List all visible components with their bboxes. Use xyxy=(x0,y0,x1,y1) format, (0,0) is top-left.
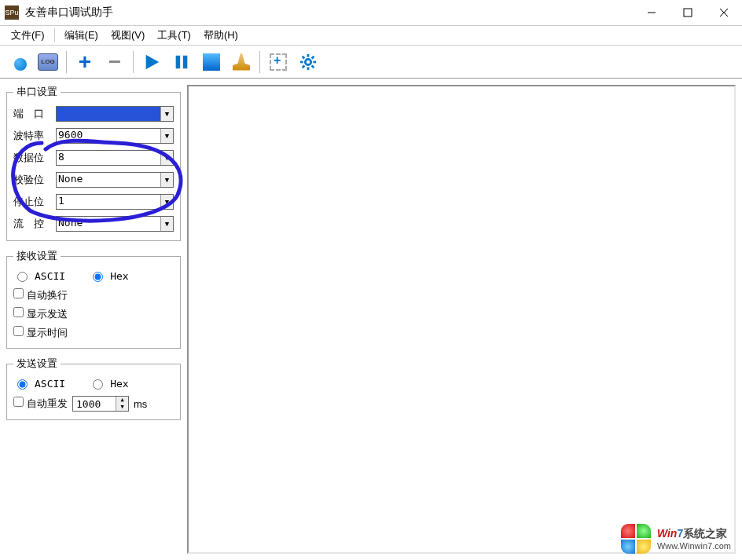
send-settings-legend: 发送设置 xyxy=(13,357,61,371)
app-icon: SPu xyxy=(5,5,19,20)
select-flow[interactable]: None ▼ xyxy=(56,216,174,232)
select-stopbits[interactable]: 1 ▼ xyxy=(56,194,174,210)
maximize-icon xyxy=(683,8,692,17)
select-databits-value: 8 xyxy=(58,151,64,163)
chevron-down-icon: ▼ xyxy=(160,129,173,143)
watermark-url: Www.Winwin7.com xyxy=(657,541,731,551)
title-bar: SPu 友善串口调试助手 xyxy=(0,0,742,25)
output-pane[interactable] xyxy=(187,85,736,554)
pause-icon xyxy=(173,53,190,71)
check-showtime[interactable]: 显示时间 xyxy=(13,326,68,340)
check-autorepeat[interactable]: 自动重发 xyxy=(13,397,68,411)
watermark-brand: Win7系统之家 xyxy=(657,527,731,541)
menu-edit[interactable]: 编辑(E) xyxy=(60,27,103,43)
label-parity: 校验位 xyxy=(13,173,51,187)
svg-line-12 xyxy=(303,56,305,58)
spinner-down-icon[interactable]: ▼ xyxy=(116,404,128,411)
pause-button[interactable] xyxy=(168,49,195,75)
log-icon: LOG xyxy=(38,53,58,71)
radio-send-ascii[interactable]: ASCII xyxy=(13,377,65,390)
new-window-button[interactable] xyxy=(265,49,292,75)
svg-rect-6 xyxy=(183,55,188,68)
radio-send-ascii-label: ASCII xyxy=(35,378,65,390)
select-databits[interactable]: 8 ▼ xyxy=(56,150,174,166)
add-window-icon xyxy=(270,53,287,71)
chevron-down-icon: ▼ xyxy=(160,173,173,187)
toolbar-separator xyxy=(66,51,67,73)
check-showsend-label: 显示发送 xyxy=(27,308,68,320)
select-parity[interactable]: None ▼ xyxy=(56,172,174,188)
label-databits: 数据位 xyxy=(13,151,51,165)
clear-button[interactable] xyxy=(228,49,255,75)
play-icon xyxy=(143,53,160,71)
toolbar: LOG + − xyxy=(0,46,742,79)
menu-view[interactable]: 视图(V) xyxy=(106,27,149,43)
add-button[interactable]: + xyxy=(72,49,98,75)
recv-settings-legend: 接收设置 xyxy=(13,249,61,263)
label-flow: 流 控 xyxy=(13,217,51,231)
connect-button[interactable] xyxy=(5,49,31,75)
select-flow-value: None xyxy=(58,217,83,229)
minimize-button[interactable] xyxy=(634,0,670,25)
svg-marker-4 xyxy=(146,54,160,68)
remove-button[interactable]: − xyxy=(101,49,128,75)
maximize-button[interactable] xyxy=(670,0,706,25)
serial-settings-legend: 串口设置 xyxy=(13,85,61,99)
record-icon xyxy=(9,53,27,71)
select-port[interactable]: ▼ xyxy=(56,106,174,122)
check-wrap[interactable]: 自动换行 xyxy=(13,288,68,302)
watermark-logo-icon xyxy=(621,524,651,554)
label-port: 端 口 xyxy=(13,107,51,121)
interval-spinner[interactable]: 1000 ▲▼ xyxy=(72,396,129,412)
menu-bar: 文件(F) 编辑(E) 视图(V) 工具(T) 帮助(H) xyxy=(0,25,742,46)
left-panel: 串口设置 端 口 ▼ 波特率 9600 ▼ 数据位 8 ▼ xyxy=(0,79,187,560)
send-settings-group: 发送设置 ASCII Hex 自动重发 1000 ▲▼ ms xyxy=(6,357,181,420)
chevron-down-icon: ▼ xyxy=(160,107,173,121)
radio-recv-ascii[interactable]: ASCII xyxy=(13,269,65,282)
serial-settings-group: 串口设置 端 口 ▼ 波特率 9600 ▼ 数据位 8 ▼ xyxy=(6,85,181,241)
check-showtime-label: 显示时间 xyxy=(27,327,68,339)
plus-icon: + xyxy=(79,51,91,73)
radio-recv-hex-label: Hex xyxy=(110,270,128,282)
radio-send-hex[interactable]: Hex xyxy=(89,377,128,390)
app-title: 友善串口调试助手 xyxy=(25,5,634,20)
stop-button[interactable] xyxy=(198,49,225,75)
chevron-down-icon: ▼ xyxy=(160,151,173,165)
radio-recv-hex[interactable]: Hex xyxy=(89,269,128,282)
select-parity-value: None xyxy=(58,173,83,185)
chevron-down-icon: ▼ xyxy=(160,217,173,231)
label-stopbits: 停止位 xyxy=(13,195,51,209)
select-baud[interactable]: 9600 ▼ xyxy=(56,128,174,144)
spinner-up-icon[interactable]: ▲ xyxy=(116,397,128,404)
check-autorepeat-label: 自动重发 xyxy=(27,397,68,409)
radio-recv-ascii-label: ASCII xyxy=(35,270,65,282)
log-button[interactable]: LOG xyxy=(35,49,61,75)
menu-help[interactable]: 帮助(H) xyxy=(199,27,243,43)
chevron-down-icon: ▼ xyxy=(160,195,173,209)
interval-unit: ms xyxy=(134,398,147,410)
svg-line-13 xyxy=(312,65,314,68)
toolbar-separator xyxy=(133,51,134,73)
close-button[interactable] xyxy=(706,0,742,25)
label-baud: 波特率 xyxy=(13,129,51,143)
settings-button[interactable] xyxy=(295,49,321,75)
svg-rect-5 xyxy=(176,55,181,68)
select-stopbits-value: 1 xyxy=(58,195,64,207)
menu-tools[interactable]: 工具(T) xyxy=(152,27,196,43)
interval-value: 1000 xyxy=(73,397,116,411)
minus-icon: − xyxy=(108,51,121,73)
stop-icon xyxy=(203,53,220,71)
svg-rect-1 xyxy=(684,9,692,16)
toolbar-separator xyxy=(259,51,260,73)
minimize-icon xyxy=(647,8,656,17)
check-showsend[interactable]: 显示发送 xyxy=(13,307,68,321)
close-icon xyxy=(719,8,729,17)
svg-line-15 xyxy=(303,65,305,68)
play-button[interactable] xyxy=(138,49,165,75)
select-baud-value: 9600 xyxy=(58,129,83,141)
recv-settings-group: 接收设置 ASCII Hex 自动换行 显示发送 显示时间 xyxy=(6,249,181,349)
svg-line-14 xyxy=(312,56,314,58)
menu-separator xyxy=(54,28,55,42)
menu-file[interactable]: 文件(F) xyxy=(6,27,50,43)
check-wrap-label: 自动换行 xyxy=(27,289,68,301)
